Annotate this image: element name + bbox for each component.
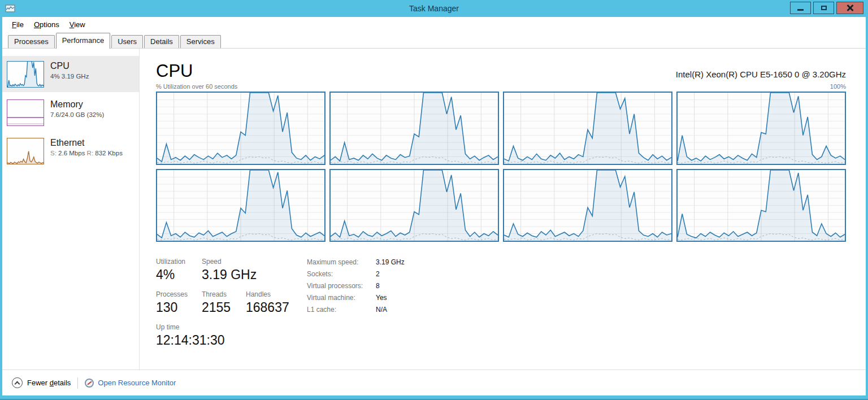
maximize-button[interactable]: [813, 2, 834, 14]
window-title: Task Manager: [0, 4, 868, 13]
cpu-model-label: Intel(R) Xeon(R) CPU E5-1650 0 @ 3.20GHz: [676, 69, 846, 81]
maximize-icon: [821, 6, 827, 10]
title-bar: Task Manager: [0, 0, 868, 17]
resource-monitor-icon: [85, 379, 94, 388]
sidebar-ethernet-subtitle: S: 2.6 Mbps R: 832 Kbps: [50, 150, 123, 156]
tab-services[interactable]: Services: [180, 35, 221, 48]
sidebar-cpu-title: CPU: [50, 60, 89, 72]
cpu-core-graph-6: [503, 169, 672, 242]
close-icon: [847, 5, 853, 11]
detail-row-virtual-processors: Virtual processors: 8: [307, 282, 405, 290]
footer-divider: [77, 377, 78, 389]
handles-label: Handles: [246, 290, 289, 300]
uptime-label: Up time: [156, 323, 225, 333]
window-frame-bottom: [0, 395, 868, 400]
window-body: File Options View Processes Performance …: [2, 17, 866, 395]
uptime-value: 12:14:31:30: [156, 333, 225, 348]
sidebar-item-ethernet[interactable]: Ethernet S: 2.6 Mbps R: 832 Kbps: [2, 133, 139, 169]
cpu-core-graph-7: [676, 169, 846, 242]
menu-bar: File Options View: [2, 17, 866, 32]
tab-bar: Processes Performance Users Details Serv…: [2, 32, 866, 49]
cpu-core-graph-grid: [156, 92, 846, 242]
chart-caption: % Utilization over 60 seconds: [156, 83, 237, 90]
sidebar-item-memory[interactable]: Memory 7.6/24.0 GB (32%): [2, 94, 139, 131]
menu-options[interactable]: Options: [29, 18, 64, 31]
minimize-icon: [797, 9, 804, 11]
cpu-panel: CPU Intel(R) Xeon(R) CPU E5-1650 0 @ 3.2…: [140, 49, 866, 369]
processes-value: 130: [156, 300, 202, 315]
performance-content: CPU 4% 3.19 GHz Memory 7.6/24.0 GB (32%)…: [2, 49, 866, 369]
sidebar-memory-subtitle: 7.6/24.0 GB (32%): [50, 111, 104, 118]
tab-processes[interactable]: Processes: [8, 35, 55, 48]
footer-bar: Fewer details Open Resource Monitor: [2, 369, 866, 395]
tab-details[interactable]: Details: [144, 35, 179, 48]
detail-row-l1-cache: L1 cache: N/A: [307, 306, 405, 314]
cpu-thumbnail-graph: [7, 61, 44, 88]
memory-thumbnail-graph: [7, 99, 44, 126]
ethernet-thumbnail-graph: [7, 138, 44, 164]
threads-value: 2155: [202, 300, 246, 315]
cpu-stats: Utilization 4% Speed 3.19 GHz Processes: [156, 258, 846, 348]
window-controls: [790, 2, 863, 14]
fewer-details-button[interactable]: Fewer details: [12, 377, 71, 388]
tab-users[interactable]: Users: [111, 35, 143, 48]
processes-label: Processes: [156, 290, 202, 300]
task-manager-window: Task Manager File Options View Processes…: [0, 0, 868, 400]
detail-row-max-speed: Maximum speed: 3.19 GHz: [307, 258, 405, 266]
menu-view[interactable]: View: [64, 18, 90, 31]
tab-performance[interactable]: Performance: [56, 33, 110, 49]
utilization-value: 4%: [156, 267, 202, 282]
cpu-detail-list: Maximum speed: 3.19 GHz Sockets: 2 Virtu…: [307, 258, 405, 348]
sidebar-item-cpu[interactable]: CPU 4% 3.19 GHz: [2, 56, 139, 92]
detail-row-virtual-machine: Virtual machine: Yes: [307, 294, 405, 302]
cpu-core-graph-4: [156, 169, 326, 242]
performance-sidebar: CPU 4% 3.19 GHz Memory 7.6/24.0 GB (32%)…: [2, 49, 140, 369]
page-title: CPU: [156, 62, 193, 81]
sidebar-cpu-subtitle: 4% 3.19 GHz: [50, 73, 89, 80]
cpu-core-graph-0: [156, 92, 326, 165]
open-resource-monitor-link[interactable]: Open Resource Monitor: [85, 379, 176, 388]
cpu-core-graph-2: [503, 92, 672, 165]
cpu-core-graph-1: [329, 92, 499, 165]
sidebar-memory-title: Memory: [50, 99, 104, 110]
chevron-up-icon: [12, 377, 23, 388]
threads-label: Threads: [202, 290, 246, 300]
detail-row-sockets: Sockets: 2: [307, 270, 405, 278]
close-button[interactable]: [836, 2, 863, 14]
menu-file[interactable]: File: [7, 18, 29, 31]
task-manager-app-icon: [5, 5, 15, 13]
speed-label: Speed: [202, 258, 257, 267]
cpu-core-graph-3: [676, 92, 846, 165]
handles-value: 168637: [246, 300, 289, 315]
utilization-label: Utilization: [156, 258, 202, 267]
sidebar-ethernet-title: Ethernet: [50, 137, 123, 149]
speed-value: 3.19 GHz: [202, 267, 257, 282]
minimize-button[interactable]: [790, 2, 811, 14]
cpu-core-graph-5: [329, 169, 499, 242]
chart-max-label: 100%: [830, 83, 846, 90]
